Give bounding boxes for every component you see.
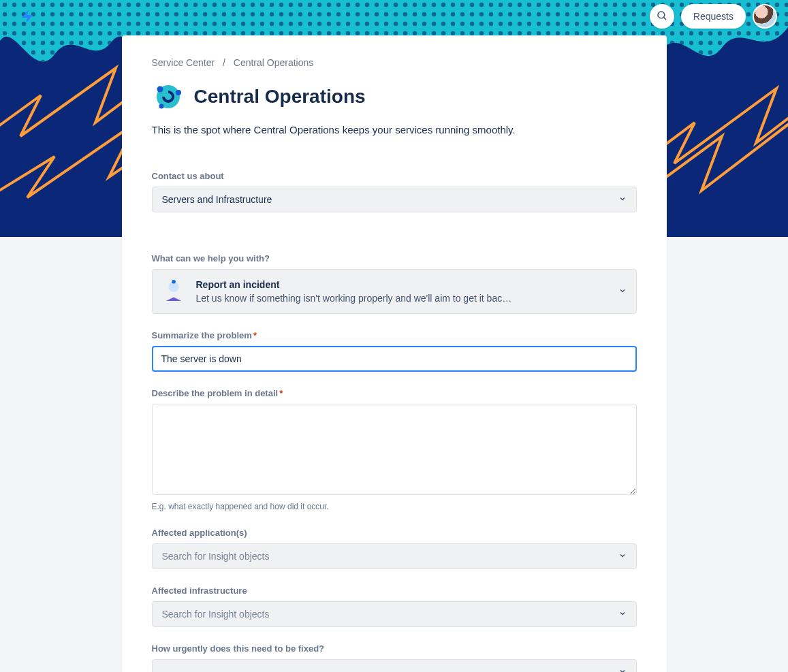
required-mark: *: [279, 388, 283, 398]
request-type-select[interactable]: Report an incident Let us know if someth…: [152, 269, 637, 314]
detail-textarea[interactable]: [152, 404, 637, 495]
chevron-down-icon: [618, 286, 627, 297]
summary-input[interactable]: [152, 346, 637, 372]
detail-label: Describe the problem in detail*: [152, 388, 637, 398]
svg-point-7: [159, 104, 163, 109]
contact-label: Contact us about: [152, 171, 637, 181]
user-avatar[interactable]: [753, 4, 777, 29]
affected-infra-select[interactable]: Search for Insight objects: [152, 601, 637, 627]
breadcrumb-current-link[interactable]: Central Operations: [234, 57, 314, 68]
contact-select-value: Servers and Infrastructure: [162, 194, 272, 205]
chevron-down-icon: [618, 609, 627, 620]
incident-icon: [162, 279, 185, 302]
affected-apps-placeholder: Search for Insight objects: [162, 551, 270, 562]
svg-point-6: [176, 90, 181, 95]
svg-point-10: [172, 280, 176, 284]
chevron-down-icon: [618, 551, 627, 562]
help-label: What can we help you with?: [152, 253, 637, 263]
svg-point-2: [658, 12, 665, 18]
chevron-down-icon: [618, 194, 627, 205]
required-mark: *: [253, 330, 257, 340]
page-description: This is the spot where Central Operation…: [152, 124, 637, 135]
detail-hint: E.g. what exactly happened and how did i…: [152, 502, 637, 511]
affected-apps-select[interactable]: Search for Insight objects: [152, 543, 637, 569]
urgency-label: How urgently does this need to be fixed?: [152, 643, 637, 654]
request-type-desc: Let us know if something isn't working p…: [196, 293, 602, 304]
chevron-down-icon: [618, 667, 627, 672]
affected-infra-placeholder: Search for Insight objects: [162, 609, 270, 620]
breadcrumb-separator: /: [223, 57, 225, 68]
breadcrumb-root-link[interactable]: Service Center: [152, 57, 215, 68]
svg-line-3: [663, 17, 665, 19]
svg-point-5: [157, 86, 163, 93]
summary-label: Summarize the problem*: [152, 330, 637, 340]
app-logo-icon[interactable]: [19, 8, 35, 25]
affected-infra-label: Affected infrastructure: [152, 586, 637, 596]
request-type-title: Report an incident: [196, 279, 602, 290]
search-button[interactable]: [650, 4, 674, 29]
requests-button[interactable]: Requests: [681, 4, 746, 29]
search-icon: [656, 10, 668, 24]
affected-apps-label: Affected application(s): [152, 528, 637, 538]
breadcrumb: Service Center / Central Operations: [152, 57, 637, 68]
contact-select[interactable]: Servers and Infrastructure: [152, 187, 637, 212]
project-icon: [152, 80, 185, 113]
top-bar: Requests: [0, 0, 788, 33]
page-title: Central Operations: [194, 86, 366, 108]
form-card: Service Center / Central Operations Cent…: [122, 35, 667, 672]
svg-marker-8: [166, 297, 181, 301]
urgency-select[interactable]: [152, 659, 637, 672]
urgency-select-value: [162, 667, 165, 672]
